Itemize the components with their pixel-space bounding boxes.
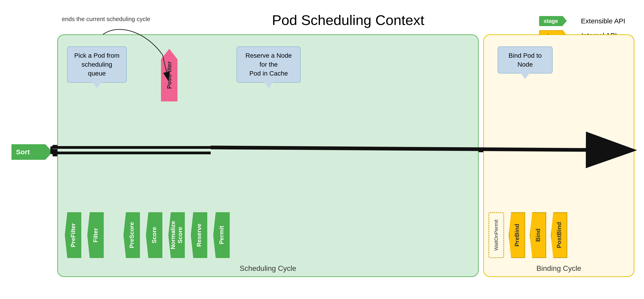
postfilter-stage: PostFilter: [161, 49, 178, 102]
extensible-api-label: Extensible API: [581, 17, 625, 25]
bind-stage: Bind: [530, 212, 546, 258]
main-container: Pod Scheduling Context ends the current …: [4, 9, 639, 288]
wait-on-permit-stage: WaitOnPermit: [488, 212, 504, 258]
annotation-text: ends the current scheduling cycle: [62, 16, 150, 23]
scheduling-cycle-label: Scheduling Cycle: [240, 264, 296, 273]
reserve-node-bubble: Reserve a Node for the Pod in Cache: [236, 46, 301, 83]
page-title: Pod Scheduling Context: [142, 12, 554, 28]
green-stages-row: PreFilter Filter PreScore Score Normaliz…: [65, 212, 230, 258]
legend-extensible: stage Extensible API: [539, 16, 625, 26]
sort-stage[interactable]: Sort: [12, 144, 53, 160]
score-stage: Score: [146, 212, 162, 258]
permit-stage: Permit: [213, 212, 230, 258]
normalize-score-stage: Normalize Score: [168, 212, 185, 258]
bind-pod-bubble: Bind Pod to Node: [498, 46, 552, 74]
reserve-stage: Reserve: [191, 212, 207, 258]
filter-stage: Filter: [87, 212, 104, 258]
prescore-stage: PreScore: [124, 212, 140, 258]
scheduling-context-box: Pick a Pod from scheduling queue PostFil…: [57, 34, 479, 277]
postbind-stage: PostBind: [551, 212, 567, 258]
prefilter-stage: PreFilter: [65, 212, 81, 258]
postfilter-pentagon: PostFilter: [161, 49, 178, 102]
pick-pod-bubble: Pick a Pod from scheduling queue: [67, 46, 127, 83]
prebind-stage: PreBind: [509, 212, 525, 258]
binding-cycle-label: Binding Cycle: [536, 264, 581, 273]
legend-green-stage: stage: [539, 16, 563, 26]
binding-stages-row: WaitOnPermit PreBind Bind PostBind: [488, 212, 567, 258]
binding-context-box: Bind Pod to Node WaitOnPermit PreBind Bi…: [483, 34, 634, 277]
